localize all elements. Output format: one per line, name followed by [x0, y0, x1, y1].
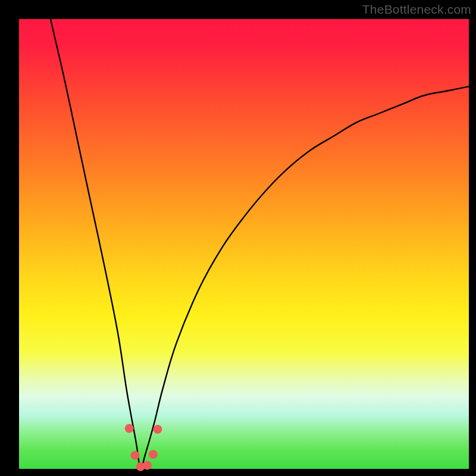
bottleneck-curve [51, 19, 469, 469]
outer-frame: TheBottleneck.com [0, 0, 476, 476]
curve-marker [153, 425, 162, 434]
curve-layer [0, 0, 476, 476]
curve-marker [125, 424, 134, 433]
curve-marker [131, 451, 140, 460]
curve-marker [143, 461, 152, 469]
curve-marker [149, 450, 158, 459]
